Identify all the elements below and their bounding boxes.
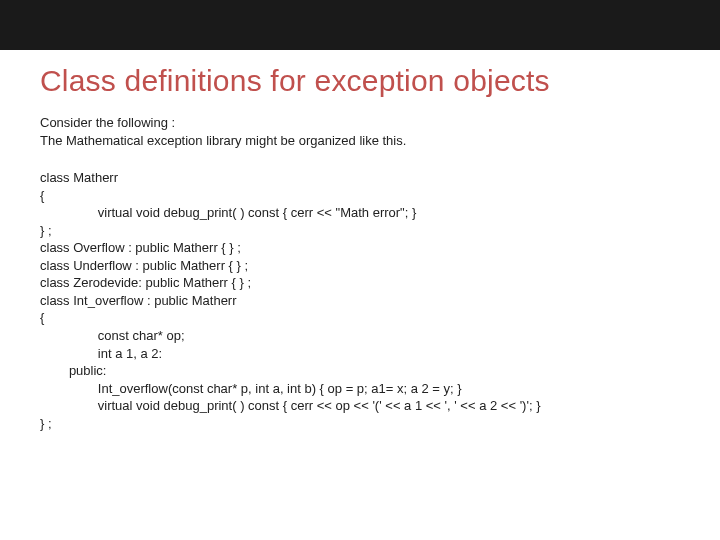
top-bar	[0, 0, 720, 50]
intro-text: Consider the following : The Mathematica…	[40, 114, 680, 149]
intro-line-2: The Mathematical exception library might…	[40, 132, 680, 150]
code-block: class Matherr { virtual void debug_print…	[40, 169, 680, 432]
slide-title: Class definitions for exception objects	[40, 64, 680, 98]
slide-content: Class definitions for exception objects …	[0, 50, 720, 432]
intro-line-1: Consider the following :	[40, 114, 680, 132]
